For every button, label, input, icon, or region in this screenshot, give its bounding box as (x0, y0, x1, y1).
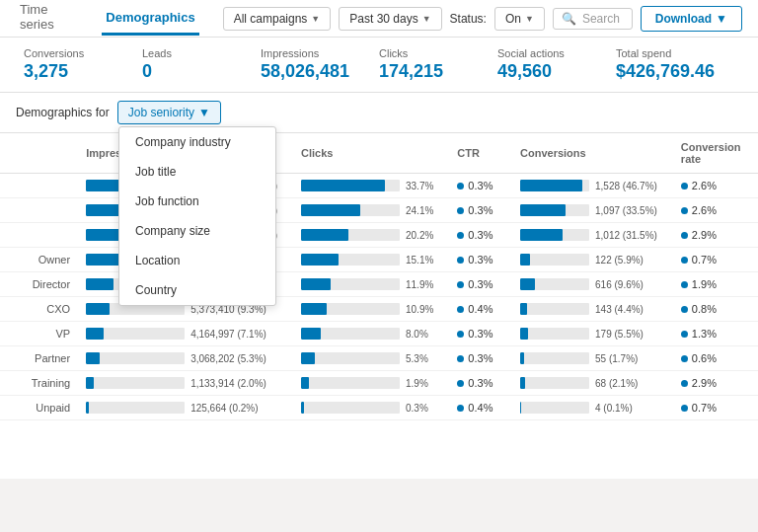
ctr-dot (457, 183, 464, 190)
download-button[interactable]: Download ▼ (641, 6, 742, 32)
row-label (0, 223, 74, 248)
table-row: VP 4,164,997 (7.1%) 8.0% 0.3% 179 (5.5%) (0, 322, 758, 346)
row-clicks: 10.9% (289, 297, 445, 322)
dimension-select-button[interactable]: Job seniority ▼ (117, 101, 221, 124)
row-ctr: 0.3% (445, 198, 508, 223)
dropdown-item-location[interactable]: Location (119, 246, 275, 275)
period-filter[interactable]: Past 30 days ▼ (339, 7, 441, 31)
row-label: VP (0, 322, 74, 346)
demographics-filter-bar: Demographics for Job seniority ▼ Company… (0, 93, 758, 133)
row-label: Partner (0, 346, 74, 371)
row-label: Owner (0, 248, 74, 272)
metric-conversions: Conversions 3,275 (24, 47, 142, 82)
row-conv-rate: 0.7% (669, 396, 758, 420)
row-clicks: 20.2% (289, 223, 445, 248)
tab-demographics[interactable]: Demographics (102, 2, 198, 36)
conv-rate-dot (681, 257, 688, 264)
row-ctr: 0.4% (445, 297, 508, 322)
row-conversions: 1,012 (31.5%) (508, 223, 669, 248)
row-conv-rate: 0.6% (669, 346, 758, 371)
table-row: Director 1,492,093 (11.2%) 11.9% 0.3% 61… (0, 272, 758, 297)
col-header-clicks[interactable]: Clicks (289, 133, 445, 174)
row-clicks: 5.3% (289, 346, 445, 371)
conv-rate-dot (681, 207, 688, 214)
row-conv-rate: 1.3% (669, 322, 758, 346)
row-label (0, 198, 74, 223)
row-conv-rate: 1.9% (669, 272, 758, 297)
row-conv-rate: 2.6% (669, 174, 758, 198)
chevron-down-icon: ▼ (311, 14, 320, 24)
dropdown-item-company-size[interactable]: Company size (119, 216, 275, 246)
metric-total-spend: Total spend $426,769.46 (616, 47, 734, 82)
row-conversions: 55 (1.7%) (508, 346, 669, 371)
metric-social-actions: Social actions 49,560 (497, 47, 616, 82)
row-conv-rate: 2.9% (669, 371, 758, 396)
ctr-dot (457, 355, 464, 362)
chevron-down-icon: ▼ (422, 14, 431, 24)
campaigns-filter[interactable]: All campaigns ▼ (223, 7, 332, 31)
row-clicks: 33.7% (289, 174, 445, 198)
dropdown-item-job-function[interactable]: Job function (119, 187, 275, 216)
chevron-down-icon: ▼ (198, 106, 210, 119)
row-label: Unpaid (0, 396, 74, 420)
col-header-conversions[interactable]: Conversions (508, 133, 669, 174)
status-filter[interactable]: On ▼ (494, 7, 545, 31)
row-ctr: 0.3% (445, 223, 508, 248)
tab-time-series[interactable]: Time series (16, 0, 78, 42)
ctr-dot (457, 306, 464, 313)
ctr-dot (457, 281, 464, 288)
metric-clicks: Clicks 174,215 (379, 47, 497, 82)
row-conv-rate: 2.9% (669, 223, 758, 248)
col-header-label (0, 133, 74, 174)
row-conversions: 1,097 (33.5%) (508, 198, 669, 223)
row-label: CXO (0, 297, 74, 322)
row-conv-rate: 0.8% (669, 297, 758, 322)
row-conversions: 4 (0.1%) (508, 396, 669, 420)
row-ctr: 0.3% (445, 248, 508, 272)
conv-rate-dot (681, 380, 688, 387)
table-row: Partner 3,068,202 (5.3%) 5.3% 0.3% 55 (1… (0, 346, 758, 371)
col-header-ctr[interactable]: CTR (445, 133, 508, 174)
row-conversions: 616 (9.6%) (508, 272, 669, 297)
search-icon: 🔍 (562, 12, 576, 26)
table-row: Training 1,133,914 (2.0%) 1.9% 0.3% 68 (… (0, 371, 758, 396)
table-row: 14,019,570 (24.2%) 24.1% 0.3% 1,097 (33.… (0, 198, 758, 223)
row-conv-rate: 0.7% (669, 248, 758, 272)
search-box[interactable]: 🔍 (553, 8, 633, 30)
row-clicks: 1.9% (289, 371, 445, 396)
chevron-down-icon: ▼ (716, 12, 727, 26)
row-clicks: 15.1% (289, 248, 445, 272)
row-conv-rate: 2.6% (669, 198, 758, 223)
row-label: Director (0, 272, 74, 297)
table-row: Unpaid 125,664 (0.2%) 0.3% 0.4% 4 (0.1%) (0, 396, 758, 420)
row-conversions: 68 (2.1%) (508, 371, 669, 396)
conv-rate-dot (681, 281, 688, 288)
metric-leads: Leads 0 (142, 47, 261, 82)
col-header-conv-rate[interactable]: Conversion rate (669, 133, 758, 174)
dropdown-item-company-industry[interactable]: Company industry (119, 127, 275, 157)
dropdown-item-country[interactable]: Country (119, 275, 275, 305)
row-label (0, 174, 74, 198)
ctr-dot (457, 232, 464, 239)
row-clicks: 8.0% (289, 322, 445, 346)
chevron-down-icon: ▼ (525, 14, 534, 24)
conv-rate-dot (681, 232, 688, 239)
ctr-dot (457, 207, 464, 214)
row-ctr: 0.3% (445, 346, 508, 371)
row-clicks: 24.1% (289, 198, 445, 223)
conv-rate-dot (681, 331, 688, 338)
row-impressions: 125,664 (0.2%) (74, 396, 289, 420)
conv-rate-dot (681, 183, 688, 190)
ctr-dot (457, 405, 464, 412)
row-clicks: 0.3% (289, 396, 445, 420)
dimension-dropdown: Company industry Job title Job function … (118, 126, 276, 306)
row-ctr: 0.3% (445, 371, 508, 396)
metric-impressions: Impressions 58,026,481 (261, 47, 379, 82)
table-row: Owner 8,236,924 (14.2%) 15.1% 0.3% 122 (… (0, 248, 758, 272)
table-row: 11,396,367 (19.6%) 20.2% 0.3% 1,012 (31.… (0, 223, 758, 248)
row-ctr: 0.4% (445, 396, 508, 420)
row-conversions: 143 (4.4%) (508, 297, 669, 322)
row-clicks: 11.9% (289, 272, 445, 297)
dropdown-item-job-title[interactable]: Job title (119, 157, 275, 187)
search-input[interactable] (582, 12, 624, 26)
